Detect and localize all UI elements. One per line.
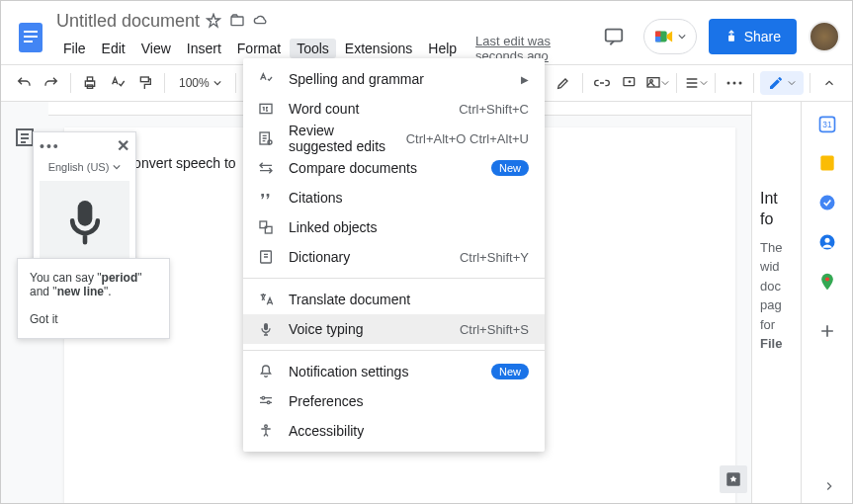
menu-separator xyxy=(243,278,545,279)
submenu-arrow-icon: ▶ xyxy=(521,74,529,85)
align-button[interactable] xyxy=(683,70,709,96)
svg-rect-13 xyxy=(140,77,148,82)
new-badge: New xyxy=(491,364,529,379)
svg-rect-3 xyxy=(24,41,33,42)
widget-menu-icon[interactable]: ••• xyxy=(40,138,60,154)
menu-tools[interactable]: Tools xyxy=(290,39,336,58)
compare-icon xyxy=(257,159,275,177)
menu-item-accessibility[interactable]: Accessibility xyxy=(243,416,545,446)
translate-icon xyxy=(257,291,275,308)
menu-item-notifications[interactable]: Notification settings New xyxy=(243,357,545,386)
svg-rect-4 xyxy=(231,17,243,26)
doc-meta: Untitled document File Edit View Insert … xyxy=(56,11,596,63)
menu-item-citations[interactable]: Citations xyxy=(243,183,545,212)
undo-button[interactable] xyxy=(11,70,37,96)
user-avatar[interactable] xyxy=(809,21,840,52)
editing-mode-button[interactable] xyxy=(760,71,804,95)
menu-item-compare[interactable]: Compare documents New xyxy=(243,153,545,183)
menu-item-wordcount[interactable]: Word count Ctrl+Shift+C xyxy=(243,94,545,124)
menu-item-translate[interactable]: Translate document xyxy=(243,285,545,314)
voice-tip-tooltip: You can say "period" and "new line". Got… xyxy=(17,258,170,339)
collapse-toolbar-button[interactable] xyxy=(816,70,842,96)
svg-point-35 xyxy=(262,396,265,399)
comment-button[interactable] xyxy=(617,70,642,96)
share-button[interactable]: Share xyxy=(709,19,797,54)
menu-item-spelling[interactable]: Spelling and grammar ▶ xyxy=(243,64,545,94)
svg-point-19 xyxy=(739,82,742,85)
svg-point-27 xyxy=(824,277,828,281)
spellcheck-icon xyxy=(257,70,275,88)
menu-file[interactable]: File xyxy=(56,39,93,58)
widget-close-icon[interactable]: ✕ xyxy=(117,136,129,155)
print-button[interactable] xyxy=(77,70,103,96)
menu-insert[interactable]: Insert xyxy=(180,39,228,58)
calendar-icon[interactable]: 31 xyxy=(817,114,837,133)
accessibility-icon xyxy=(257,422,275,440)
share-label: Share xyxy=(744,29,781,44)
menu-item-linked[interactable]: Linked objects xyxy=(243,212,545,242)
svg-point-37 xyxy=(265,425,268,428)
menu-item-dictionary[interactable]: Dictionary Ctrl+Shift+Y xyxy=(243,242,545,272)
got-it-button[interactable]: Got it xyxy=(30,312,157,326)
contacts-icon[interactable] xyxy=(817,232,837,252)
linked-icon xyxy=(257,218,275,236)
cloud-icon[interactable] xyxy=(253,13,269,29)
review-icon xyxy=(257,129,275,147)
spellcheck-button[interactable] xyxy=(105,70,130,96)
move-icon[interactable] xyxy=(229,13,245,29)
right-info-pane: Int fo The wid doc pag for File xyxy=(751,102,801,503)
svg-text:31: 31 xyxy=(822,120,832,129)
svg-rect-5 xyxy=(605,30,622,42)
image-button[interactable] xyxy=(644,70,670,96)
voice-typing-widget: ••• ✕ English (US) xyxy=(33,131,136,271)
addons-plus-icon[interactable] xyxy=(817,321,837,341)
link-button[interactable] xyxy=(589,70,615,96)
menu-extensions[interactable]: Extensions xyxy=(338,39,419,58)
new-badge: New xyxy=(491,160,529,176)
voice-mic-button[interactable] xyxy=(40,181,129,264)
side-panel-toggle[interactable] xyxy=(822,479,836,493)
redo-button[interactable] xyxy=(39,70,64,96)
svg-point-36 xyxy=(267,401,270,404)
zoom-select[interactable]: 100% xyxy=(171,76,229,90)
tools-dropdown: Spelling and grammar ▶ Word count Ctrl+S… xyxy=(243,58,545,452)
app-header: Untitled document File Edit View Insert … xyxy=(1,1,852,64)
preferences-icon xyxy=(257,392,275,410)
header-right: Share xyxy=(596,19,840,54)
svg-rect-38 xyxy=(77,201,92,226)
tasks-icon[interactable] xyxy=(817,193,837,212)
dictionary-icon xyxy=(257,248,275,266)
keep-icon[interactable] xyxy=(817,153,837,173)
meet-button[interactable] xyxy=(643,19,697,54)
document-body-text: Convert speech to xyxy=(124,155,236,171)
menu-view[interactable]: View xyxy=(134,39,178,58)
wordcount-icon xyxy=(257,100,275,118)
insight-title: Int fo xyxy=(760,189,793,230)
insight-body: The wid doc pag for File xyxy=(760,238,793,354)
menu-item-preferences[interactable]: Preferences xyxy=(243,386,545,416)
svg-point-17 xyxy=(727,82,730,85)
svg-rect-8 xyxy=(655,37,660,42)
menu-item-voice-typing[interactable]: Voice typing Ctrl+Shift+S xyxy=(243,314,545,344)
menu-separator xyxy=(243,350,545,351)
maps-icon[interactable] xyxy=(817,272,837,292)
paint-format-button[interactable] xyxy=(132,70,158,96)
voice-language-select[interactable]: English (US) xyxy=(34,159,135,175)
svg-rect-34 xyxy=(264,323,268,330)
svg-point-18 xyxy=(733,82,736,85)
menu-edit[interactable]: Edit xyxy=(95,39,132,58)
menu-item-review[interactable]: Review suggested edits Ctrl+Alt+O Ctrl+A… xyxy=(243,124,545,153)
star-icon[interactable] xyxy=(206,13,221,29)
menu-format[interactable]: Format xyxy=(230,39,288,58)
explore-button[interactable] xyxy=(720,465,747,493)
comments-icon[interactable] xyxy=(596,19,632,54)
svg-point-26 xyxy=(824,238,829,243)
highlight-button[interactable] xyxy=(551,70,576,96)
doc-title[interactable]: Untitled document xyxy=(56,11,200,32)
svg-point-24 xyxy=(819,196,834,210)
svg-rect-1 xyxy=(24,31,38,33)
menu-help[interactable]: Help xyxy=(421,39,464,58)
docs-logo-icon[interactable] xyxy=(13,19,48,54)
more-button[interactable] xyxy=(722,70,747,96)
voice-tip-text: You can say "period" and "new line". xyxy=(30,271,157,298)
